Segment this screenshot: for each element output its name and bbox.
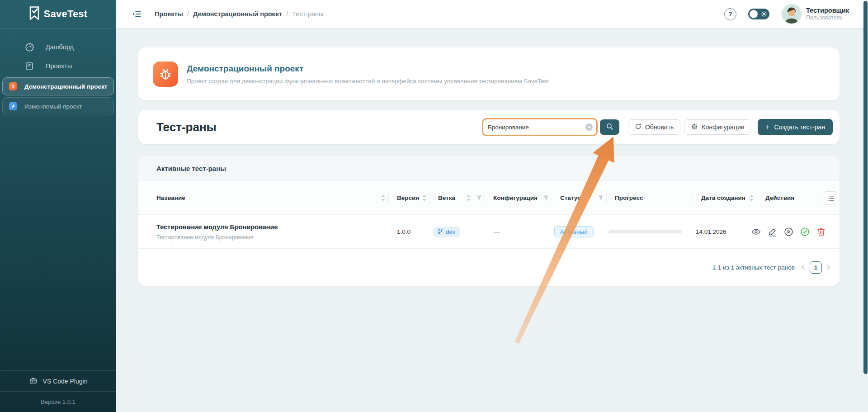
column-divider [485, 193, 485, 203]
git-branch-icon [438, 228, 443, 236]
delete-icon[interactable] [816, 227, 826, 237]
sidebar-project-label: Демонстрационный проект [24, 83, 107, 90]
column-branch[interactable]: Ветка [438, 181, 455, 215]
page-title: Тест-раны [156, 120, 217, 134]
configurations-button[interactable]: Конфигурации [684, 119, 751, 135]
next-page-icon[interactable] [826, 264, 830, 270]
column-divider [693, 193, 693, 203]
column-configuration[interactable]: Конфигурация [493, 181, 538, 215]
user-info[interactable]: Тестировщик Пользователь [806, 6, 849, 22]
run-icon[interactable] [784, 227, 793, 237]
search-input[interactable] [488, 124, 585, 131]
breadcrumb-project[interactable]: Демонстрационный проект [193, 10, 282, 18]
view-icon[interactable] [751, 227, 761, 237]
wrench-icon [9, 102, 17, 110]
app-version: Версия 1.0.1 [0, 391, 116, 412]
table-row[interactable]: Тестирование модуля Бронирование Тестиро… [138, 215, 840, 249]
testrun-version: 1.0.0 [397, 215, 410, 249]
edit-icon[interactable] [768, 227, 777, 237]
sidebar-project-editable[interactable]: Изменяемый проект [2, 97, 114, 115]
sidebar-project-label: Изменяемый проект [24, 103, 82, 110]
sun-icon [761, 11, 767, 19]
column-divider [429, 193, 430, 203]
filter-icon[interactable] [476, 181, 482, 215]
sidebar-project-demo[interactable]: Демонстрационный проект [2, 77, 114, 95]
sidebar-item-label: Проекты [46, 62, 72, 70]
column-created[interactable]: Дата создания [701, 181, 745, 215]
column-status[interactable]: Статус [560, 181, 581, 215]
sidebar-item-dashboard[interactable]: Дашборд [0, 38, 116, 57]
user-role: Пользователь [806, 14, 849, 22]
sort-icon[interactable] [467, 181, 471, 215]
column-divider [757, 193, 757, 203]
column-settings-button[interactable] [824, 191, 837, 205]
testrun-created-date: 14.01.2026 [696, 215, 726, 249]
column-divider [606, 193, 607, 203]
refresh-button[interactable]: Обновить [628, 119, 680, 135]
testrun-name[interactable]: Тестирование модуля Бронирование [156, 223, 278, 231]
refresh-icon [635, 123, 642, 131]
toggle-knob [750, 10, 758, 18]
branch-badge[interactable]: dev [433, 227, 460, 237]
project-bug-icon [153, 62, 178, 87]
column-version[interactable]: Версия [397, 181, 419, 215]
prev-page-icon[interactable] [801, 264, 805, 270]
refresh-label: Обновить [645, 123, 674, 131]
create-testrun-button[interactable]: + Создать тест-ран [758, 119, 833, 135]
filter-icon[interactable] [543, 181, 549, 215]
toolbox-icon [29, 376, 38, 386]
column-divider [552, 193, 552, 203]
column-name[interactable]: Название [156, 181, 185, 215]
search-field-highlighted [482, 118, 598, 136]
configurations-label: Конфигурации [702, 123, 744, 131]
app-logo[interactable]: SaveTest [0, 0, 116, 28]
complete-icon[interactable] [800, 227, 810, 237]
progress-bar [609, 230, 682, 233]
breadcrumb-separator: / [286, 10, 288, 18]
help-icon[interactable]: ? [724, 8, 736, 20]
user-avatar[interactable] [782, 5, 801, 24]
sidebar: SaveTest Дашборд Проекты [0, 0, 116, 412]
brand-name: SaveTest [44, 8, 88, 20]
vscode-plugin-label: VS Code Plugin [43, 378, 88, 385]
breadcrumb-projects[interactable]: Проекты [155, 10, 183, 18]
testrun-configuration: — [494, 215, 500, 249]
sidebar-collapse-icon[interactable] [132, 10, 141, 18]
project-info-card: Демонстрационный проект Проект создан дл… [138, 47, 840, 100]
main-content: Демонстрационный проект Проект создан дл… [116, 28, 868, 412]
user-name: Тестировщик [806, 6, 849, 14]
sort-icon[interactable] [422, 181, 426, 215]
column-actions: Действия [765, 181, 794, 215]
filter-icon[interactable] [598, 181, 604, 215]
search-icon [606, 123, 613, 132]
bookmark-check-icon [29, 6, 40, 22]
sort-icon[interactable] [381, 181, 385, 215]
branch-name: dev [446, 228, 455, 235]
sidebar-item-label: Дашборд [46, 43, 74, 51]
status-badge: Активный [554, 226, 594, 237]
project-title: Демонстрационный проект [187, 64, 549, 74]
theme-toggle[interactable] [748, 9, 769, 19]
clear-search-icon[interactable] [585, 123, 593, 131]
testrun-description: Тестирование модуля Бронирование [156, 234, 278, 241]
pagination-summary: 1-1 из 1 активных тест-ранов [712, 264, 795, 271]
create-testrun-label: Создать тест-ран [774, 123, 825, 131]
column-divider [388, 193, 389, 203]
page-button[interactable]: 1 [810, 261, 822, 274]
vertical-scrollbar[interactable] [863, 1, 868, 374]
vscode-plugin-item[interactable]: VS Code Plugin [0, 370, 116, 391]
gear-icon [691, 123, 698, 132]
active-testruns-card: Активные тест-раны Название Версия Ветка… [138, 156, 840, 286]
breadcrumb: Проекты / Демонстрационный проект / Тест… [155, 10, 323, 18]
sort-icon[interactable] [750, 181, 754, 215]
sidebar-spacer [0, 115, 116, 370]
table-header: Название Версия Ветка Конфигурация [138, 181, 840, 215]
sidebar-item-projects[interactable]: Проекты [0, 57, 116, 76]
bug-icon [9, 82, 17, 90]
breadcrumb-separator: / [187, 10, 189, 18]
section-title: Активные тест-раны [156, 165, 226, 172]
testruns-toolbar: Тест-раны [138, 110, 840, 144]
search-button[interactable] [600, 119, 619, 135]
column-progress: Прогресс [615, 181, 643, 215]
breadcrumb-current: Тест-раны [292, 10, 323, 18]
